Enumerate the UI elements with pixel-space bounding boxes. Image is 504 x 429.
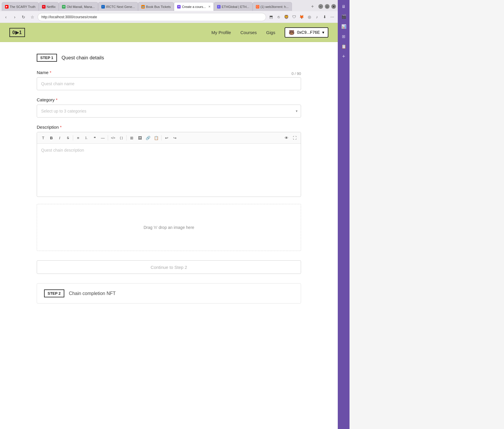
toolbar-undo-btn[interactable]: ↩ <box>163 134 170 142</box>
toolbar-fullscreen-btn[interactable]: ⛶ <box>291 134 298 142</box>
tab-tab-bus[interactable]: 🚌Book Bus Tickets <box>138 2 174 11</box>
image-drop-text: Drag 'n' drop an image here <box>144 225 194 230</box>
wallet-ext-icon[interactable]: 🦊 <box>298 14 305 20</box>
music-icon[interactable]: ♪ <box>314 14 320 20</box>
logo[interactable]: 0▶1 <box>9 28 25 37</box>
nav-links: My Profile Courses Gigs 🐻 0xC9...F76E ▾ <box>211 27 328 38</box>
toolbar-code-inline-btn[interactable]: </> <box>109 134 117 142</box>
tab-label-tab-ethglobal: ETHGlobal | ETH... <box>222 5 249 9</box>
tab-tab-manali[interactable]: MOld Manali, Mana... <box>59 2 98 11</box>
new-tab-button[interactable]: + <box>309 3 316 10</box>
toolbar-clipboard-btn[interactable]: 📋 <box>152 134 160 142</box>
forward-button[interactable]: › <box>11 14 18 21</box>
minimize-button[interactable]: − <box>318 4 323 9</box>
toolbar-code-block-btn[interactable]: { } <box>117 134 125 142</box>
sidebar-table-icon[interactable]: 📋 <box>340 42 348 51</box>
char-count: 0 / 90 <box>291 71 301 76</box>
tab-favicon-tab-manali: M <box>62 5 65 9</box>
tab-favicon-tab-web3: ⬡ <box>256 5 259 9</box>
nav-courses[interactable]: Courses <box>240 30 257 35</box>
toolbar-redo-btn[interactable]: ↪ <box>171 134 179 142</box>
toolbar-preview-btn[interactable]: 👁 <box>283 134 290 142</box>
toolbar-sep-4 <box>161 135 162 140</box>
tab-label-tab-irctc: IRCTC Next Gene... <box>106 5 135 9</box>
sidebar-monitor-icon[interactable]: 🖥 <box>340 2 348 11</box>
download-icon[interactable]: ⬇ <box>321 14 328 20</box>
image-dropzone[interactable]: Drag 'n' drop an image here <box>37 204 301 251</box>
toolbar-text-btn[interactable]: T <box>39 134 47 142</box>
brave-shield[interactable]: 🛡 <box>291 14 297 20</box>
description-editor: T B I S̶ ≡ 1. ❝ — </> { } ⊞ � <box>37 132 301 197</box>
name-required: * <box>50 70 51 75</box>
description-input[interactable]: Quest chain description <box>37 144 301 197</box>
close-button[interactable]: ✕ <box>331 4 336 9</box>
name-label: Name * <box>37 70 51 75</box>
tab-label-tab-bus: Book Bus Tickets <box>146 5 171 9</box>
tab-label-tab-manali: Old Manali, Mana... <box>67 5 95 9</box>
right-sidebar: 🖥 🎬 📊 ⊞ 📋 + <box>338 0 350 429</box>
step1-title: Quest chain details <box>62 55 104 61</box>
toolbar-image-btn[interactable]: 🖼 <box>136 134 144 142</box>
sidebar-plus-icon[interactable]: + <box>340 52 348 61</box>
tab-tab-netflix[interactable]: NNetflix <box>39 2 59 11</box>
step1-badge: STEP 1 <box>37 54 57 62</box>
description-required: * <box>60 125 62 130</box>
wallet-address: 0xC9...F76E <box>297 30 320 35</box>
toolbar-divider-btn[interactable]: — <box>99 134 107 142</box>
sidebar-film-icon[interactable]: 🎬 <box>340 12 348 21</box>
wallet-chevron: ▾ <box>322 30 324 35</box>
toolbar-sep-2 <box>108 135 108 140</box>
settings-icon[interactable]: ⋯ <box>329 14 335 20</box>
tab-favicon-tab-irctc: I <box>101 5 105 9</box>
name-field-group: Name * 0 / 90 <box>37 70 301 90</box>
maximize-button[interactable]: □ <box>325 4 330 9</box>
reload-button[interactable]: ↻ <box>20 14 27 21</box>
tab-close-tab-create[interactable]: ✕ <box>208 5 211 8</box>
navbar: 0▶1 My Profile Courses Gigs 🐻 0xC9...F76… <box>0 23 338 42</box>
category-select[interactable]: Select up to 3 categories <box>37 105 301 118</box>
toolbar-ordered-btn[interactable]: 1. <box>83 134 90 142</box>
sidebar-grid-icon[interactable]: ⊞ <box>340 32 348 41</box>
description-field-group: Description * T B I S̶ ≡ 1. ❝ — <box>37 125 301 197</box>
toolbar-blockquote-btn[interactable]: ❝ <box>91 134 98 142</box>
toolbar-sep-3 <box>126 135 127 140</box>
nav-my-profile[interactable]: My Profile <box>211 30 231 35</box>
toolbar-link-btn[interactable]: 🔗 <box>144 134 152 142</box>
tab-label-tab-netflix: Netflix <box>47 5 56 9</box>
tab-favicon-tab-youtube: ▶ <box>5 5 9 9</box>
toolbar-strikethrough-btn[interactable]: S̶ <box>64 134 72 142</box>
editor-toolbar: T B I S̶ ≡ 1. ❝ — </> { } ⊞ � <box>37 132 301 144</box>
tab-tab-youtube[interactable]: ▶The SCARY Truth <box>2 2 39 11</box>
bookmark-button[interactable]: ☆ <box>29 14 36 21</box>
tab-tab-web3[interactable]: ⬡(1) web3torrent: h... <box>253 2 292 11</box>
wallet-button[interactable]: 🐻 0xC9...F76E ▾ <box>285 27 328 38</box>
page-content: STEP 1 Quest chain details Name * 0 / 90… <box>13 42 325 315</box>
sidebar-chart-icon[interactable]: 📊 <box>340 22 348 31</box>
toolbar-bullet-btn[interactable]: ≡ <box>74 134 82 142</box>
tab-favicon-tab-netflix: N <box>42 5 46 9</box>
brave-icon[interactable]: 🦁 <box>283 14 290 20</box>
tab-label-tab-web3: (1) web3torrent: h... <box>261 5 289 9</box>
share-icon[interactable]: ⎋ <box>275 14 282 20</box>
back-button[interactable]: ‹ <box>2 14 9 21</box>
tab-favicon-tab-ethglobal: Ξ <box>217 5 221 9</box>
app-content: 0▶1 My Profile Courses Gigs 🐻 0xC9...F76… <box>0 23 338 429</box>
tab-tab-irctc[interactable]: IIRCTC Next Gene... <box>98 2 138 11</box>
toolbar-table-btn[interactable]: ⊞ <box>128 134 135 142</box>
description-label: Description * <box>37 125 301 130</box>
toolbar-bold-btn[interactable]: B <box>48 134 55 142</box>
step1-header: STEP 1 Quest chain details <box>37 54 301 62</box>
address-bar[interactable] <box>38 13 266 21</box>
tab-tab-create[interactable]: ✦Create a cours...✕ <box>174 2 214 11</box>
name-input[interactable] <box>37 77 301 90</box>
brave-wallet-icon[interactable]: ◎ <box>306 14 313 20</box>
nav-gigs[interactable]: Gigs <box>266 30 275 35</box>
name-label-row: Name * 0 / 90 <box>37 70 301 77</box>
toolbar-italic-btn[interactable]: I <box>56 134 63 142</box>
step2-badge: STEP 2 <box>44 289 64 297</box>
category-label: Category * <box>37 97 301 102</box>
tab-tab-ethglobal[interactable]: ΞETHGlobal | ETH... <box>214 2 253 11</box>
browser-tabs-bar: ▶The SCARY TruthNNetflixMOld Manali, Man… <box>0 0 338 11</box>
cast-icon[interactable]: ⬒ <box>268 14 274 20</box>
continue-step2-button[interactable]: Continue to Step 2 <box>37 260 301 274</box>
